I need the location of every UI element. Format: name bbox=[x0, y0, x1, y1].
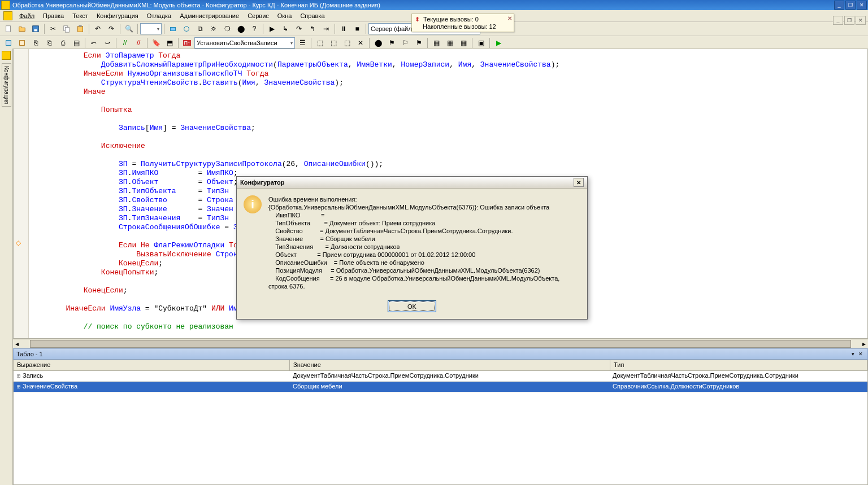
menu-text[interactable]: Текст bbox=[68, 11, 92, 20]
copy-icon[interactable] bbox=[60, 23, 73, 35]
debug-cursor-icon[interactable]: ⇥ bbox=[320, 23, 332, 35]
flag3-icon[interactable]: ⚑ bbox=[413, 37, 425, 49]
error-dialog: Конфигуратор ✕ i Ошибка времени выполнен… bbox=[236, 176, 588, 320]
debug-pause-icon[interactable]: ⏸ bbox=[337, 23, 350, 35]
debug-stepover-icon[interactable]: ↷ bbox=[293, 23, 305, 35]
calls-info-balloon: ⬍ Текущие вызовы: 0 Накопленные вызовы: … bbox=[411, 14, 514, 32]
debug-start-icon[interactable]: ▶ bbox=[266, 23, 278, 35]
header-expression[interactable]: Выражение bbox=[14, 360, 290, 370]
svg-rect-4 bbox=[65, 27, 69, 32]
uncomment-icon[interactable]: // bbox=[132, 37, 145, 49]
child-close-button[interactable]: ✕ bbox=[856, 16, 866, 25]
ok-button[interactable]: OK bbox=[388, 300, 436, 312]
menu-debug[interactable]: Отладка bbox=[143, 11, 175, 20]
watch-grid[interactable]: Выражение Значение Тип ⊞Запись ДокументТ… bbox=[13, 360, 868, 485]
tb-icon-5[interactable]: ❍ bbox=[221, 23, 233, 35]
tb2-icon-10[interactable]: ⬚ bbox=[314, 37, 326, 49]
tb2-icon-3[interactable]: ⎘ bbox=[29, 37, 42, 49]
save-icon[interactable] bbox=[29, 23, 42, 35]
new-icon[interactable] bbox=[2, 23, 15, 35]
tb2-icon-2[interactable] bbox=[16, 37, 28, 49]
comment-icon[interactable]: // bbox=[119, 37, 131, 49]
balloon-icon: ⬍ bbox=[415, 16, 420, 23]
cut-icon[interactable]: ✂ bbox=[47, 23, 59, 35]
restore-button[interactable]: ❐ bbox=[845, 1, 856, 10]
debug-stop-icon[interactable]: ■ bbox=[351, 23, 363, 35]
undo-icon[interactable]: ↶ bbox=[92, 23, 104, 35]
dialog-close-button[interactable]: ✕ bbox=[574, 178, 584, 187]
svg-rect-5 bbox=[78, 27, 83, 32]
tb2-icon-16[interactable]: ▦ bbox=[457, 37, 470, 49]
tb2-icon-11[interactable]: ⬚ bbox=[327, 37, 340, 49]
panel-pin-icon[interactable]: ▾ bbox=[849, 350, 857, 358]
balloon-line1: Текущие вызовы: 0 bbox=[423, 16, 479, 23]
help-icon[interactable]: ? bbox=[248, 23, 261, 35]
table-row[interactable]: ⊞ЗначениеСвойства Сборщик мебели Справоч… bbox=[14, 382, 867, 392]
app-icon bbox=[1, 1, 10, 10]
open-icon[interactable] bbox=[16, 23, 28, 35]
tb2-icon-7[interactable]: ⤺ bbox=[88, 37, 100, 49]
flag-icon[interactable]: ⚑ bbox=[385, 37, 398, 49]
svg-rect-2 bbox=[34, 29, 37, 32]
tb-icon-3[interactable]: ⧉ bbox=[194, 23, 206, 35]
tb2-icon-4[interactable]: ⎗ bbox=[43, 37, 55, 49]
breakpoint-icon[interactable]: ⬤ bbox=[372, 37, 384, 49]
tb2-icon-14[interactable]: ▦ bbox=[430, 37, 442, 49]
menu-help[interactable]: Справка bbox=[296, 11, 328, 20]
menu-admin[interactable]: Администрирование bbox=[176, 11, 243, 20]
procedure-combo[interactable]: УстановитьСвойстваЗаписи▾ bbox=[194, 37, 295, 49]
balloon-close-icon[interactable]: ✕ bbox=[507, 15, 512, 21]
tb2-icon-9[interactable]: ⬒ bbox=[163, 37, 176, 49]
run-icon[interactable]: ▶ bbox=[492, 37, 505, 49]
tb-icon-4[interactable]: ⛭ bbox=[207, 23, 220, 35]
proc-next-icon[interactable]: ☰ bbox=[296, 37, 309, 49]
menu-icon bbox=[3, 11, 12, 20]
panel-close-icon[interactable]: ✕ bbox=[857, 350, 865, 358]
menu-service[interactable]: Сервис bbox=[244, 11, 273, 20]
debug-stepout-icon[interactable]: ↰ bbox=[306, 23, 319, 35]
balloon-line2: Накопленные вызовы: 12 bbox=[423, 23, 496, 30]
tb-icon-6[interactable]: ⬤ bbox=[235, 23, 247, 35]
tb-icon-2[interactable] bbox=[180, 23, 193, 35]
menu-edit[interactable]: Правка bbox=[39, 11, 68, 20]
svg-rect-6 bbox=[79, 25, 81, 27]
menu-config[interactable]: Конфигурация bbox=[93, 11, 142, 20]
paste-icon[interactable] bbox=[74, 23, 86, 35]
horizontal-scrollbar[interactable]: ◂▸ bbox=[13, 339, 868, 348]
find-icon[interactable]: 🔍 bbox=[123, 23, 135, 35]
flag2-icon[interactable]: ⚐ bbox=[399, 37, 411, 49]
tb2-icon-12[interactable]: ⬚ bbox=[341, 37, 353, 49]
proc-prev-icon[interactable]: П↑ bbox=[181, 37, 193, 49]
window-titlebar: Обработка УниверсальныйОбменДаннымиXML: … bbox=[0, 0, 868, 10]
tb2-icon-6[interactable]: ▤ bbox=[70, 37, 83, 49]
child-restore-button[interactable]: ❐ bbox=[844, 16, 854, 25]
watch-panel-label: Табло - 1 bbox=[16, 351, 43, 357]
header-value[interactable]: Значение bbox=[290, 360, 610, 370]
sidebar-tab-config[interactable]: Конфигурация bbox=[2, 63, 11, 107]
svg-rect-0 bbox=[6, 26, 11, 32]
sidebar-icon[interactable] bbox=[2, 51, 11, 60]
header-type[interactable]: Тип bbox=[610, 360, 867, 370]
tb2-icon-8[interactable]: ⤻ bbox=[101, 37, 114, 49]
bookmark-icon[interactable]: 🔖 bbox=[150, 37, 162, 49]
zoom-combo[interactable]: ▾ bbox=[140, 23, 162, 34]
tb2-icon-1[interactable] bbox=[2, 37, 15, 49]
tb2-icon-13[interactable]: ✕ bbox=[354, 37, 367, 49]
tb-icon-1[interactable] bbox=[167, 23, 179, 35]
table-row[interactable]: ⊞Запись ДокументТабличнаяЧастьСтрока.При… bbox=[14, 371, 867, 382]
svg-rect-9 bbox=[6, 41, 11, 46]
tb2-icon-5[interactable]: ⎙ bbox=[57, 37, 69, 49]
child-minimize-button[interactable]: _ bbox=[833, 16, 843, 25]
dialog-message: Ошибка времени выполнения: {Обработка.Ун… bbox=[268, 195, 580, 290]
close-button[interactable]: ✕ bbox=[857, 1, 867, 10]
dialog-title: Конфигуратор bbox=[240, 179, 285, 186]
tb2-icon-15[interactable]: ▦ bbox=[444, 37, 456, 49]
tb2-icon-17[interactable]: ▣ bbox=[475, 37, 487, 49]
redo-icon[interactable]: ↷ bbox=[105, 23, 118, 35]
menu-file[interactable]: Файл bbox=[15, 11, 38, 20]
gutter: ◇ bbox=[14, 49, 29, 338]
menu-windows[interactable]: Окна bbox=[274, 11, 296, 20]
svg-rect-10 bbox=[20, 41, 25, 46]
debug-stepinto-icon[interactable]: ↳ bbox=[279, 23, 292, 35]
minimize-button[interactable]: _ bbox=[834, 1, 844, 10]
